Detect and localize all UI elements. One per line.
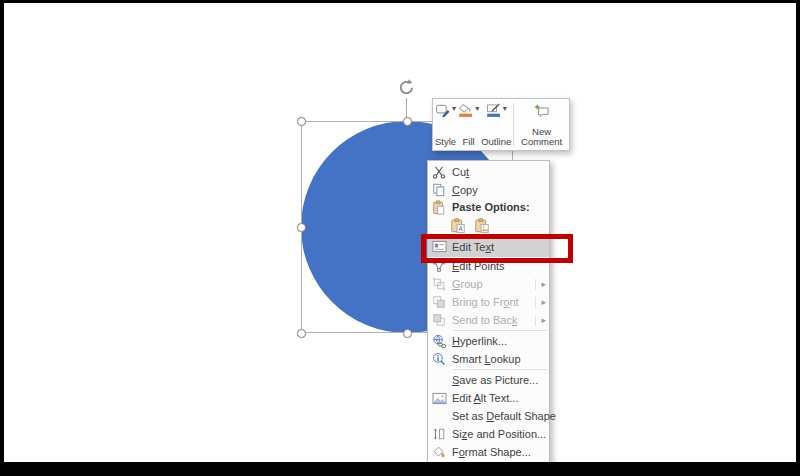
menu-item-label: Send to Back [452, 314, 517, 326]
menu-separator [428, 329, 549, 332]
menu-item-label: Bring to Front [452, 296, 519, 308]
blank-icon [431, 409, 447, 424]
blank-icon [431, 373, 447, 388]
fill-button[interactable]: ▾Fill [457, 101, 480, 148]
size-position-icon [431, 427, 447, 442]
scissors-icon [431, 165, 447, 180]
dropdown-caret-icon: ▾ [503, 103, 507, 113]
menu-item-label: Save as Picture... [452, 374, 538, 386]
menu-item-save-as-picture[interactable]: Save as Picture... [428, 371, 549, 389]
menu-item-cut[interactable]: Cut [428, 163, 549, 181]
submenu-arrow-icon: ▸ [535, 279, 546, 290]
new-comment-button[interactable]: New Comment [515, 101, 568, 148]
menu-item-edit-alt-text[interactable]: Edit Alt Text... [428, 389, 549, 407]
menu-item-label: Format Shape... [452, 446, 531, 458]
alt-text-icon [431, 391, 447, 406]
paste-keep-formatting-button[interactable] [448, 216, 467, 235]
menu-item-paste-options: Paste Options: [428, 199, 549, 215]
document-canvas: ▾Style▾Fill▾OutlineNew Comment CutCopyPa… [4, 3, 796, 462]
selection-handle-5[interactable] [297, 329, 306, 338]
menu-separator [428, 368, 549, 371]
toolbar-separator [513, 103, 514, 146]
menu-item-smart-lookup[interactable]: Smart Lookup [428, 350, 549, 368]
menu-item-label: Size and Position... [452, 428, 546, 440]
edit-text-highlight-box [421, 234, 573, 263]
outline-color-icon [486, 103, 502, 118]
menu-item-bring-to-front: Bring to Front▸ [428, 293, 549, 311]
menu-item-label: Group [452, 278, 483, 290]
group-icon [431, 277, 447, 292]
hyperlink-icon [431, 334, 447, 349]
fill-color-icon [458, 103, 474, 118]
menu-item-label: Copy [452, 184, 478, 196]
mini-format-toolbar: ▾Style▾Fill▾OutlineNew Comment [432, 98, 570, 151]
smart-lookup-icon [431, 352, 447, 367]
selection-handle-1[interactable] [403, 117, 412, 126]
send-to-back-icon [431, 313, 447, 328]
style-button[interactable]: ▾Style [434, 101, 457, 148]
selection-handle-0[interactable] [297, 117, 306, 126]
dropdown-caret-icon: ▾ [452, 103, 456, 113]
menu-item-label: Outline [481, 137, 511, 147]
menu-item-label: Edit Alt Text... [452, 392, 518, 404]
menu-item-label: Hyperlink... [452, 335, 507, 347]
menu-item-label: New Comment [516, 127, 567, 147]
dropdown-caret-icon: ▾ [475, 103, 479, 113]
bring-to-front-icon [431, 295, 447, 310]
menu-item-label: Fill [463, 137, 475, 147]
selection-handle-3[interactable] [297, 223, 306, 232]
menu-item-group: Group▸ [428, 275, 549, 293]
rotate-handle-icon[interactable] [396, 77, 417, 98]
menu-item-size-and-position[interactable]: Size and Position... [428, 425, 549, 443]
menu-item-send-to-back: Send to Back▸ [428, 311, 549, 329]
outline-button[interactable]: ▾Outline [480, 101, 512, 148]
menu-item-set-as-default-shape[interactable]: Set as Default Shape [428, 407, 549, 425]
menu-item-label: Smart Lookup [452, 353, 521, 365]
submenu-arrow-icon: ▸ [535, 315, 546, 326]
paste-picture-button[interactable] [472, 216, 491, 235]
paste-options-row [428, 215, 549, 236]
menu-item-format-shape[interactable]: Format Shape... [428, 443, 549, 461]
menu-item-label: Style [435, 137, 456, 147]
shape-style-icon [435, 103, 451, 118]
paste-keep-formatting-icon [450, 218, 466, 233]
menu-item-label: Cut [452, 166, 469, 178]
copy-icon [431, 183, 447, 198]
submenu-arrow-icon: ▸ [535, 297, 546, 308]
paste-clipboard-icon [431, 200, 447, 215]
paste-picture-icon [474, 218, 490, 233]
menu-item-label: Set as Default Shape [452, 410, 556, 422]
screenshot-frame: ▾Style▾Fill▾OutlineNew Comment CutCopyPa… [0, 0, 800, 476]
menu-item-copy[interactable]: Copy [428, 181, 549, 199]
context-menu: CutCopyPaste Options:Edit TextEdit Point… [427, 160, 550, 462]
format-shape-icon [431, 445, 447, 460]
selection-handle-6[interactable] [403, 329, 412, 338]
new-comment-icon [534, 103, 550, 118]
menu-item-label: Paste Options: [452, 201, 530, 213]
menu-item-hyperlink[interactable]: Hyperlink... [428, 332, 549, 350]
